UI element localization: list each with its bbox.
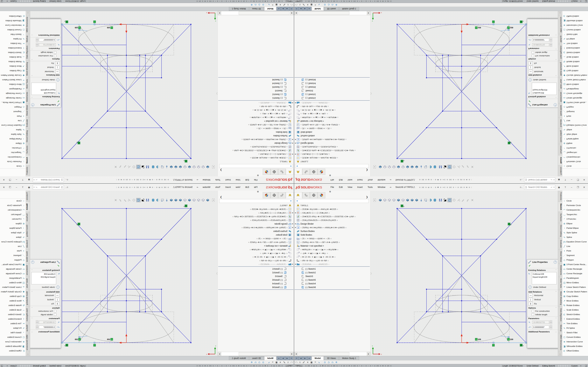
- tree-item-sketch2[interactable]: (-)Sketch2: [218, 93, 294, 96]
- extrude-cut-icon[interactable]: [201, 198, 205, 202]
- tree-item-sketch5[interactable]: (-)Sketch5: [218, 278, 294, 282]
- restore-button[interactable]: ❐: [575, 186, 580, 189]
- tool-copy-entities[interactable]: ⊞Copy Entities: [0, 294, 26, 299]
- command-tab-markup[interactable]: Markup: [26, 34, 30, 44]
- relations-list[interactable]: Collinear108 Equal length109: [532, 272, 557, 284]
- tree-item[interactable]: ○ 25Ж◎25ИиЗΕ25○∘○25ЗΕИν25◎Ж25 ○: [218, 218, 294, 222]
- checkbox[interactable]: [532, 310, 534, 312]
- panel-help-icon[interactable]: ?: [31, 103, 34, 106]
- manager-tab-configurationmanager[interactable]: [270, 169, 278, 175]
- tool-sketch-fillet[interactable]: ◝Sketch Fillet: [562, 32, 588, 37]
- tree-item-sketch3[interactable]: Sketch3: [294, 89, 370, 93]
- add-relation-horizontal[interactable]: —Horizontal: [30, 70, 61, 74]
- command-tab-mbd-dimensions[interactable]: MBD Dimensions: [26, 15, 30, 34]
- status-3d-icon[interactable]: ❏: [0, 365, 4, 367]
- section-additional-parameters[interactable]: Additional Parameters⌄: [30, 330, 61, 333]
- clock-gear-icon[interactable]: ◷: [327, 361, 331, 364]
- tool-circular-sketch-pattern[interactable]: ❖Circular Sketch Pattern: [0, 289, 26, 294]
- command-tab-mbd-dimensions[interactable]: MBD Dimensions: [558, 333, 562, 352]
- fillet-icon[interactable]: [415, 198, 419, 202]
- cross-gray-icon[interactable]: [113, 165, 118, 169]
- document-play-icon[interactable]: [211, 165, 216, 169]
- tree-item-design-binder[interactable]: ▶Design Binder: [294, 141, 370, 145]
- reload-active-icon[interactable]: [448, 198, 452, 202]
- tool-corner-rectangle[interactable]: ▭Corner Rectangle: [0, 91, 26, 96]
- tree-item-design-binder[interactable]: ▶Design Binder: [218, 141, 294, 145]
- tool-stretch-entities[interactable]: ⊏Stretch Entities: [562, 312, 588, 317]
- fillet-icon[interactable]: [169, 165, 173, 169]
- manager-tab-displaymanager[interactable]: [318, 169, 325, 175]
- pin-icon[interactable]: 📌︎: [389, 185, 392, 189]
- tool-move-entities[interactable]: ↗Move Entities: [562, 299, 588, 303]
- revolve-icon[interactable]: [387, 198, 391, 202]
- tool-tangent-arc[interactable]: ◡Tangent Arc: [562, 212, 588, 217]
- boundary-icon[interactable]: [183, 165, 187, 169]
- tool-point[interactable]: ▪Point: [562, 249, 588, 253]
- pencil2-gray-icon[interactable]: [118, 165, 122, 169]
- relation-item[interactable]: Collinear108: [533, 92, 556, 94]
- relations-list[interactable]: Collinear108 Equal length109: [31, 272, 56, 284]
- tree-item[interactable]: ○ 25Ж◎25ИиЗΕ25○∘○25ЗΕИν25◎Ж25 ○: [218, 145, 294, 149]
- menu-tools[interactable]: Tools: [365, 185, 375, 189]
- tree-item-sketch3[interactable]: Sketch3: [218, 274, 294, 278]
- tree-item[interactable]: ▶○ ΛЖ◎✚25∘Ξ○∘○Ξ∘25✚◎ЖΛ ○: [294, 152, 370, 156]
- doc-tab-motion-study-1[interactable]: Motion Study 1: [229, 356, 249, 360]
- section-view-icon[interactable]: [428, 198, 432, 202]
- tree-item[interactable]: ○ 25ЗΕ✚∘Ж◎ΛΑΦ○∘○ΦΑΛ◎Ж∘✚ΕЗ25 ○: [218, 156, 294, 160]
- extrude-icon[interactable]: [206, 198, 210, 202]
- document-play-icon[interactable]: [372, 198, 377, 202]
- expand-arrow-icon[interactable]: ▶: [291, 102, 294, 104]
- add-relation-fix[interactable]: ⚓Fix: [527, 61, 558, 65]
- add-relation-horizontal[interactable]: —Horizontal: [30, 293, 61, 297]
- command-tab-direct-editing[interactable]: Direct Editing: [26, 129, 30, 144]
- panel-help-icon[interactable]: ?: [554, 261, 557, 264]
- tool-segment[interactable]: ⋰Segment: [562, 109, 588, 114]
- tool-3-point-arc[interactable]: ◜3 Point Arc: [0, 146, 26, 150]
- restore-button[interactable]: ❐: [8, 179, 13, 181]
- option-for-construction[interactable]: For construction: [527, 309, 558, 313]
- add-relation-horizontal[interactable]: —Horizontal: [527, 70, 558, 74]
- floating-toolbar[interactable]: ··: [113, 198, 216, 202]
- tree-item[interactable]: ○ 25Ж◎25ИиЗΕ25○∘○25ЗΕИν25◎Ж25 ○: [294, 145, 370, 149]
- tool-polygon[interactable]: ◇Polygon: [0, 105, 26, 109]
- tool-ellipse[interactable]: ⊜Ellipse: [0, 141, 26, 146]
- boss-icon[interactable]: [178, 165, 182, 169]
- minimize-button[interactable]: –: [569, 186, 574, 189]
- help-icon[interactable]: ?: [563, 186, 568, 189]
- expand-arrow-icon[interactable]: ▶: [294, 223, 297, 225]
- revolve-icon[interactable]: [197, 165, 201, 169]
- length-spinner[interactable]: ▴▾: [550, 320, 552, 324]
- tree-item-solid-bodies[interactable]: Solid Bodies: [294, 130, 370, 134]
- relation-item[interactable]: Collinear108: [32, 92, 55, 94]
- tree-filter-box[interactable]: ▼: [219, 199, 293, 203]
- tab-nav-0[interactable]: ⏮: [294, 356, 299, 360]
- gear-calendar-icon[interactable]: ⛭: [323, 4, 327, 6]
- menu-window[interactable]: Window: [200, 178, 213, 182]
- scrollbar-thumb[interactable]: [299, 11, 349, 15]
- section-options[interactable]: Options⌃: [30, 58, 61, 61]
- tree-item[interactable]: ○ ∙◎✚○ ✶ ◉|○∘○|◉ ✶ ○✚◎∙ ○: [294, 251, 370, 255]
- display-refresh-icon[interactable]: [160, 165, 164, 169]
- tool-3-point-center-recta-[interactable]: ▣3 Point Center Recta...: [562, 262, 588, 267]
- tree-item[interactable]: ○ ∙◎✚○ ✶ ◉|○∘○|◉ ✶ ○✚◎∙ ○: [294, 112, 370, 116]
- add-relation-fix[interactable]: ⚓Fix: [527, 302, 558, 306]
- menu-file[interactable]: File: [251, 178, 260, 182]
- tab-nav-1[interactable]: ◀: [299, 356, 303, 360]
- doc-tab-3d-views[interactable]: 3D Views: [249, 356, 264, 360]
- add-relation-fix[interactable]: ⚓Fix: [30, 302, 61, 306]
- close-button[interactable]: ✕: [581, 179, 587, 181]
- profile-chart-icon[interactable]: ⊾: [267, 4, 271, 6]
- scrollbar-thumb[interactable]: [299, 352, 349, 356]
- tab-nav-2[interactable]: ▶: [281, 356, 285, 360]
- extrude-icon[interactable]: [206, 165, 210, 169]
- zebra-stripes-icon[interactable]: [443, 198, 447, 202]
- tool-perimeter-circle[interactable]: ◌Perimeter Circle: [0, 159, 26, 164]
- section-add-relations[interactable]: Add Relations⌃: [30, 74, 61, 77]
- tool-center-rectangle[interactable]: ▭Center Rectangle: [562, 96, 588, 100]
- vertical-relation-icon[interactable]: |: [528, 66, 533, 69]
- status-custom-dropdown[interactable]: Custom▲: [569, 365, 584, 367]
- extrude-cut-icon[interactable]: [383, 165, 387, 169]
- help-icon[interactable]: ?: [20, 179, 25, 181]
- tool-circular-sketch-pattern[interactable]: ❖Circular Sketch Pattern: [0, 73, 26, 78]
- command-tab-evaluate[interactable]: Evaluate: [26, 117, 30, 129]
